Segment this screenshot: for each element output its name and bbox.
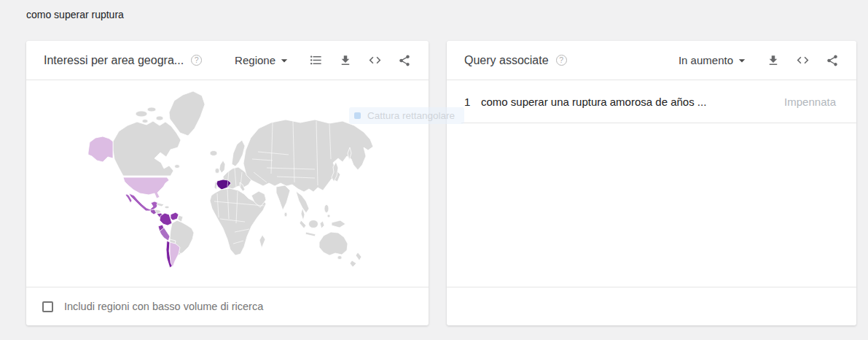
map-landmass (332, 220, 345, 228)
download-button[interactable] (339, 54, 352, 67)
query-rank: 1 (464, 96, 481, 108)
map-landmass (175, 165, 180, 169)
map-landmass (169, 91, 205, 136)
low-volume-checkbox-label: Includi regioni con basso volume di rice… (64, 301, 263, 312)
list-view-button[interactable] (309, 53, 323, 67)
geo-panel-title: Interessi per area geogra... (44, 54, 184, 67)
map-landmass (157, 203, 164, 206)
geo-map[interactable] (26, 80, 429, 287)
region-venezuela[interactable] (171, 212, 179, 220)
download-icon (339, 54, 352, 67)
region-dropdown-value: Regione (235, 54, 275, 66)
help-icon[interactable]: ? (556, 55, 567, 66)
queries-panel-header: Query associate ? In aumento (447, 41, 856, 80)
map-landmass (136, 111, 147, 117)
region-mexico[interactable] (129, 193, 158, 211)
widgets-row: Interessi per area geogra... ? Regione (26, 41, 856, 325)
embed-button[interactable] (368, 53, 382, 67)
map-landmass (327, 215, 330, 217)
map-landmass (350, 260, 356, 267)
share-button[interactable] (398, 54, 411, 67)
query-text[interactable]: como superar una ruptura amorosa de años… (481, 96, 784, 108)
region-dropdown[interactable]: Regione (235, 53, 292, 68)
search-term: como superar ruptura (26, 9, 856, 21)
geo-panel-header: Interessi per area geogra... ? Regione (26, 41, 429, 80)
world-map-svg (26, 80, 429, 286)
download-icon (767, 54, 780, 67)
code-icon (368, 53, 382, 67)
map-landmass (147, 107, 156, 112)
map-landmass (259, 235, 265, 248)
map-landmass (276, 185, 290, 210)
help-icon[interactable]: ? (191, 55, 202, 66)
list-icon (309, 53, 323, 67)
map-landmass (210, 151, 217, 156)
query-row[interactable]: 1 como superar una ruptura amorosa de añ… (447, 80, 856, 123)
code-icon (796, 53, 810, 67)
sort-dropdown[interactable]: In aumento (679, 53, 749, 68)
map-landmass (309, 220, 318, 228)
embed-button[interactable] (796, 53, 810, 67)
share-icon (398, 54, 411, 67)
queries-list: 1 como superar una ruptura amorosa de añ… (447, 80, 856, 287)
map-landmass (142, 120, 148, 123)
low-volume-checkbox[interactable] (42, 301, 53, 312)
geo-panel-footer: Includi regioni con basso volume di rice… (26, 287, 429, 325)
map-landmass (356, 252, 361, 260)
related-queries-panel: Query associate ? In aumento 1 como supe… (447, 41, 856, 325)
row-divider (461, 123, 856, 123)
download-button[interactable] (767, 54, 780, 67)
map-landmass (284, 212, 287, 217)
queries-panel-footer (447, 287, 856, 325)
region-alaska[interactable] (88, 136, 113, 162)
map-landmass (243, 120, 373, 192)
chevron-down-icon (735, 53, 749, 68)
chevron-down-icon (277, 53, 292, 68)
map-landmass (113, 121, 181, 176)
map-landmass (324, 205, 329, 213)
map-landmass (215, 169, 219, 174)
map-landmass (219, 161, 225, 173)
region-argentina[interactable] (170, 242, 180, 267)
map-landmass (300, 220, 306, 228)
map-landmass (156, 116, 163, 120)
region-colombia[interactable] (160, 213, 172, 225)
map-landmass (305, 232, 316, 236)
share-button[interactable] (826, 54, 839, 67)
map-landmass (232, 140, 245, 166)
map-landmass (320, 221, 324, 228)
map-landmass (319, 232, 348, 255)
map-landmass (165, 206, 169, 209)
map-landmass (337, 256, 342, 260)
sort-dropdown-value: In aumento (679, 54, 733, 66)
geo-panel: Interessi per area geogra... ? Regione (26, 41, 429, 325)
queries-panel-title: Query associate (464, 54, 549, 67)
query-value-badge: Impennata (784, 96, 836, 108)
share-icon (826, 54, 839, 67)
